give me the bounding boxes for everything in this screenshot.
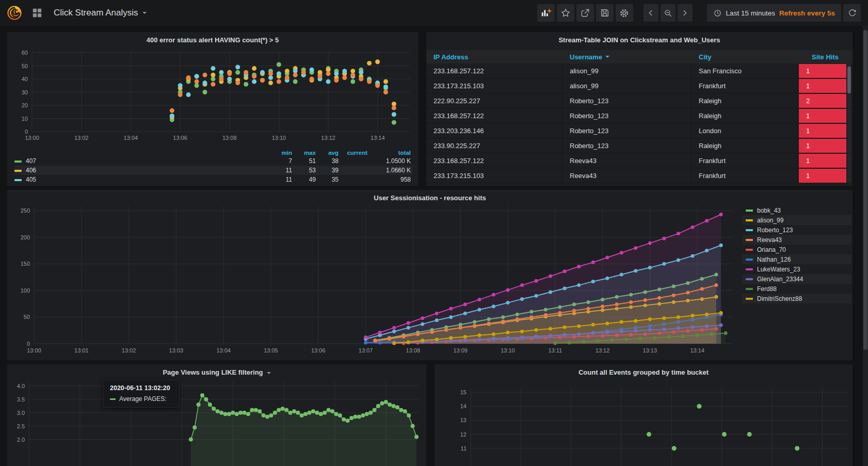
table-cell: London — [692, 123, 798, 138]
time-range-picker[interactable]: Last 15 minutes Refresh every 5s — [707, 4, 841, 22]
zoom-out-button[interactable] — [661, 4, 676, 22]
legend-item-bobk_43[interactable]: bobk_43 — [742, 205, 851, 215]
svg-text:13:14: 13:14 — [371, 135, 385, 141]
table-cell-site-hits: 1 — [798, 63, 853, 78]
panel-title-event-count[interactable]: Count all Events grouped by time bucket — [435, 368, 853, 376]
legend-col-avg[interactable]: avg — [318, 150, 341, 156]
legend-item-407[interactable]: 407751381.0500 K — [14, 156, 413, 166]
table-row: 233.168.257.122Roberto_123Raleigh1 — [426, 108, 853, 123]
table-cell: Frankfurt — [692, 153, 798, 168]
panel-page-views: Page Views using LIKE filtering 4.03.53.… — [7, 364, 426, 466]
table-cell: 233.168.257.122 — [426, 153, 562, 168]
save-button[interactable] — [596, 4, 614, 22]
table-cell: alison_99 — [562, 63, 692, 78]
svg-text:13:13: 13:13 — [643, 347, 657, 353]
chevron-down-icon — [142, 12, 147, 14]
column-header-ip[interactable]: IP Address — [426, 53, 562, 61]
legend-swatch — [746, 210, 753, 212]
legend-value-total: 958 — [369, 176, 413, 183]
legend-col-total[interactable]: total — [369, 150, 413, 156]
panel-title-error-alert[interactable]: 400 error status alert HAVING count(*) >… — [7, 36, 418, 44]
settings-button[interactable] — [616, 4, 633, 22]
legend-item-GlenAlan_23344[interactable]: GlenAlan_23344 — [742, 274, 851, 284]
svg-text:60: 60 — [22, 50, 28, 56]
sessionisation-chart[interactable]: 05010015020025013:0013:0113:0213:0313:04… — [11, 203, 736, 360]
share-button[interactable] — [576, 4, 594, 22]
legend-swatch — [746, 259, 753, 261]
table-cell: 233.203.236.146 — [426, 123, 562, 138]
svg-text:50: 50 — [22, 63, 28, 69]
panel-title-page-views[interactable]: Page Views using LIKE filtering — [7, 368, 426, 376]
refresh-button[interactable] — [843, 4, 861, 22]
svg-text:13:10: 13:10 — [272, 135, 286, 141]
table-cell-site-hits: 1 — [798, 168, 853, 183]
svg-text:10: 10 — [22, 116, 28, 122]
grafana-logo[interactable] — [5, 4, 24, 22]
site-hits-badge: 1 — [799, 79, 846, 93]
legend-value-total: 1.0660 K — [369, 167, 413, 174]
svg-text:13:01: 13:01 — [74, 347, 89, 353]
legend-value-max: 53 — [294, 167, 318, 174]
table-cell: Raleigh — [692, 138, 798, 153]
table-cell: Raleigh — [692, 108, 798, 123]
legend-item-DimitriSchenz88[interactable]: DimitriSchenz88 — [742, 294, 851, 303]
legend-item-Oriana_70[interactable]: Oriana_70 — [742, 245, 851, 254]
panel-title-sessionisation[interactable]: User Sessionisation - resource hits — [7, 194, 853, 202]
legend-item-alison_99[interactable]: alison_99 — [742, 215, 851, 225]
legend-item-Nathan_126[interactable]: Nathan_126 — [742, 254, 851, 264]
svg-text:100: 100 — [21, 287, 30, 294]
table-cell: 233.168.257.122 — [426, 108, 562, 123]
chart-tooltip: 2020-06-11 13:02:20 Average PAGES: — [103, 380, 180, 408]
legend-value-min: 7 — [270, 157, 294, 165]
table-cell-site-hits: 1 — [798, 138, 853, 153]
svg-text:13:02: 13:02 — [74, 135, 89, 141]
svg-text:13: 13 — [460, 417, 467, 423]
column-header-city[interactable]: City — [692, 53, 798, 61]
refresh-icon — [847, 8, 857, 18]
table-cell: Reeva43 — [562, 153, 692, 168]
table-cell: 233.173.215.103 — [426, 168, 562, 183]
time-back-button[interactable] — [644, 4, 658, 22]
legend-value-avg: 35 — [318, 176, 341, 183]
panel-title-join-table[interactable]: Stream-Table JOIN on Clickstream and Web… — [426, 36, 853, 44]
column-header-username[interactable]: Username — [562, 53, 692, 61]
svg-text:20: 20 — [22, 102, 28, 108]
add-panel-button[interactable] — [537, 4, 555, 22]
apps-grid-icon[interactable] — [31, 7, 43, 19]
table-cell: Roberto_123 — [562, 93, 692, 108]
legend-item-405[interactable]: 405114935958 — [14, 175, 413, 184]
panel-error-alert: 400 error status alert HAVING count(*) >… — [7, 32, 418, 186]
page-views-chart[interactable]: 4.03.53.02.52.0 — [10, 379, 424, 466]
join-table-header: IP Address Username City Site Hits — [426, 50, 853, 63]
svg-text:13:12: 13:12 — [321, 135, 335, 141]
panel-menu-caret-icon — [267, 372, 271, 374]
event-count-chart[interactable]: 1514131211 — [438, 379, 850, 466]
error-scatter-chart[interactable]: 010203040506013:0013:0213:0413:0613:0813… — [11, 49, 414, 148]
error_scatter-svg: 010203040506013:0013:0213:0413:0613:0813… — [11, 49, 414, 148]
series-events — [647, 404, 799, 451]
legend-item-Ferd88[interactable]: Ferd88 — [742, 284, 851, 294]
svg-text:50: 50 — [24, 314, 30, 320]
window-scrollbar-thumb[interactable] — [863, 30, 867, 350]
time-forward-button[interactable] — [678, 4, 693, 22]
legend-item-406[interactable]: 4061153391.0660 K — [14, 166, 413, 175]
dashboard-title[interactable]: Click Stream Analysis — [54, 8, 147, 18]
svg-text:13:14: 13:14 — [690, 347, 704, 353]
svg-text:11: 11 — [461, 445, 467, 452]
star-button[interactable] — [557, 4, 574, 22]
table-cell-site-hits: 1 — [798, 78, 853, 93]
table-scrollbar-thumb[interactable] — [847, 67, 851, 93]
grafana-logo-icon — [6, 4, 23, 22]
legend-value-avg: 38 — [318, 157, 341, 165]
legend-item-Reeva43[interactable]: Reeva43 — [742, 235, 851, 245]
site-hits-badge: 1 — [799, 124, 846, 138]
legend-item-Roberto_123[interactable]: Roberto_123 — [742, 225, 851, 235]
legend-col-current[interactable]: current — [341, 150, 369, 156]
legend-item-LukeWaters_23[interactable]: LukeWaters_23 — [742, 264, 851, 274]
legend-col-min[interactable]: min — [270, 150, 294, 156]
table-cell: San Francisco — [692, 63, 798, 78]
tooltip-series-swatch — [110, 398, 116, 400]
table-row: 233.173.215.103Reeva43Frankfurt1 — [426, 168, 853, 183]
legend-col-max[interactable]: max — [294, 150, 318, 156]
column-header-site-hits[interactable]: Site Hits — [798, 53, 853, 61]
